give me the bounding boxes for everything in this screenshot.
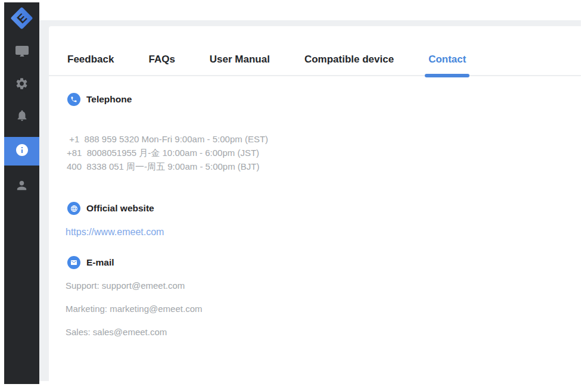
app-window: E [0,0,588,387]
telephone-line-jp: +81 8008051955 月-金 10:00am - 6:00pm (JST… [67,146,581,160]
sidebar-item-account[interactable] [4,172,39,201]
monitor-icon [15,44,29,61]
tab-compatible-device[interactable]: Compatible device [304,54,394,75]
envelope-icon [67,256,80,269]
telephone-icon [67,93,80,106]
tab-contact[interactable]: Contact [428,54,466,75]
telephone-section-header: Telephone [67,93,581,106]
sidebar: E [4,2,39,384]
help-tabbar: Feedback FAQs User Manual Compatible dev… [49,26,581,76]
email-line-sales: Sales: sales@emeet.com [66,327,581,338]
emeet-logo-diamond: E [10,7,33,29]
email-line-marketing: Marketing: marketing@emeet.com [66,304,581,314]
tab-faqs[interactable]: FAQs [148,54,175,75]
emeet-logo: E [4,5,39,31]
person-icon [15,179,29,195]
info-icon [15,143,29,160]
tab-feedback[interactable]: Feedback [67,54,114,75]
website-title: Official website [86,203,154,214]
website-section-header: Official website [67,202,581,215]
tab-user-manual[interactable]: User Manual [210,54,270,75]
emeet-logo-letter: E [15,11,29,25]
email-section-header: E-mail [67,256,581,269]
sidebar-item-info[interactable] [4,137,39,166]
globe-icon [67,202,80,215]
email-addresses: Support: support@emeet.com Marketing: ma… [66,280,581,338]
telephone-numbers: +1 888 959 5320 Mon-Fri 9:00am - 5:00pm … [67,132,581,173]
website-link[interactable]: https://www.emeet.com [66,227,164,238]
gear-icon [15,77,29,93]
bell-icon [15,109,29,124]
sidebar-item-devices[interactable] [4,38,39,67]
telephone-line-us: +1 888 959 5320 Mon-Fri 9:00am - 5:00pm … [67,132,581,146]
sidebar-item-notifications[interactable] [4,102,39,131]
telephone-line-cn: 400 8338 051 周一-周五 9:00am - 5:00pm (BJT) [67,160,581,173]
email-line-support: Support: support@emeet.com [66,280,581,291]
telephone-title: Telephone [86,94,132,105]
sidebar-item-settings[interactable] [4,70,39,99]
email-title: E-mail [86,257,114,268]
contact-page-card: Feedback FAQs User Manual Compatible dev… [49,26,581,387]
